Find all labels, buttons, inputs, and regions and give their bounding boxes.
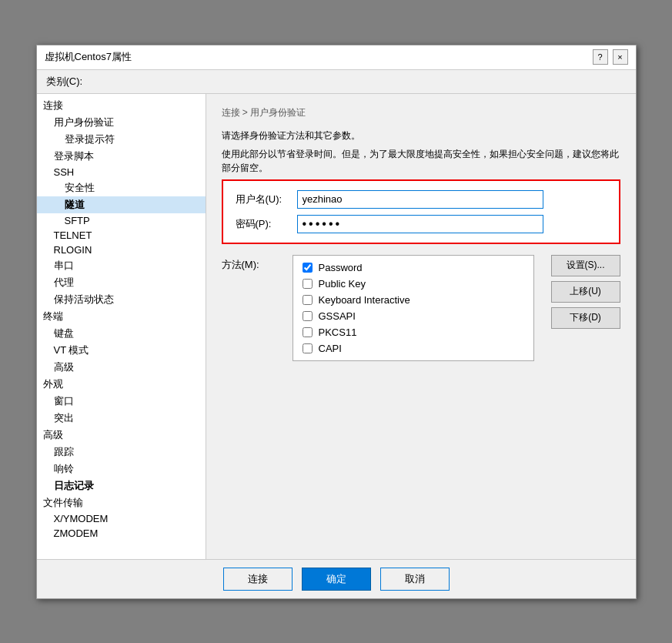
method-label-pkcs11: PKCS11 xyxy=(319,327,357,338)
breadcrumb: 连接 > 用户身份验证 xyxy=(222,106,620,119)
method-label-capi: CAPI xyxy=(319,343,342,354)
tree-item-auth[interactable]: 用户身份验证 xyxy=(37,114,206,131)
tree-item-login_hint[interactable]: 登录提示符 xyxy=(37,131,206,148)
tree-item-connection[interactable]: 连接 xyxy=(37,97,206,114)
tree-item-login_script[interactable]: 登录脚本 xyxy=(37,148,206,165)
tree-item-sftp[interactable]: SFTP xyxy=(37,213,206,228)
method-checkbox-password[interactable] xyxy=(303,263,313,273)
side-buttons: 设置(S)... 上移(U) 下移(D) xyxy=(551,255,620,329)
method-section: 方法(M): PasswordPublic KeyKeyboard Intera… xyxy=(222,255,620,361)
main-dialog: 虚拟机Centos7属性 ? × 类别(C): 连接用户身份验证登录提示符登录脚… xyxy=(36,45,637,599)
tree-item-log[interactable]: 日志记录 xyxy=(37,477,206,494)
bottom-bar: 连接 确定 取消 xyxy=(37,559,636,598)
tree-panel: 连接用户身份验证登录提示符登录脚本SSH安全性隧道SFTPTELNETRLOGI… xyxy=(37,94,206,559)
method-item-public_key[interactable]: Public Key xyxy=(303,278,524,290)
tree-item-keepalive[interactable]: 保持活动状态 xyxy=(37,291,206,308)
tree-item-telnet[interactable]: TELNET xyxy=(37,228,206,243)
method-label-password: Password xyxy=(319,262,363,273)
tree-item-serial[interactable]: 串口 xyxy=(37,257,206,274)
method-checkbox-pkcs11[interactable] xyxy=(303,327,313,337)
tree-item-proxy[interactable]: 代理 xyxy=(37,274,206,291)
help-button[interactable]: ? xyxy=(593,49,608,65)
method-checkbox-gssapi[interactable] xyxy=(303,311,313,321)
method-checkbox-keyboard_interactive[interactable] xyxy=(303,295,313,305)
cancel-button[interactable]: 取消 xyxy=(380,568,450,591)
title-bar: 虚拟机Centos7属性 ? × xyxy=(37,45,636,70)
tree-item-terminal[interactable]: 终端 xyxy=(37,308,206,325)
tree-item-bell[interactable]: 响铃 xyxy=(37,460,206,477)
password-label: 密码(P): xyxy=(236,217,297,231)
tree-item-xymodem[interactable]: X/YMODEM xyxy=(37,511,206,526)
method-label-keyboard_interactive: Keyboard Interactive xyxy=(319,294,410,306)
method-checkbox-public_key[interactable] xyxy=(303,279,313,289)
move-up-button[interactable]: 上移(U) xyxy=(551,281,620,303)
tree-item-security[interactable]: 安全性 xyxy=(37,179,206,196)
method-checkbox-capi[interactable] xyxy=(303,343,313,353)
method-item-pkcs11[interactable]: PKCS11 xyxy=(303,327,524,338)
method-item-password[interactable]: Password xyxy=(303,262,524,273)
ok-button[interactable]: 确定 xyxy=(302,568,371,591)
tree-item-tunnel[interactable]: 隧道 xyxy=(37,196,206,213)
username-input[interactable] xyxy=(297,190,543,209)
dialog-title: 虚拟机Centos7属性 xyxy=(45,50,132,64)
method-label-public_key: Public Key xyxy=(319,278,366,290)
method-label: 方法(M): xyxy=(222,255,283,272)
desc1: 请选择身份验证方法和其它参数。 xyxy=(222,129,620,142)
credential-box: 用户名(U): 密码(P): xyxy=(222,179,620,244)
tree-item-ssh[interactable]: SSH xyxy=(37,165,206,179)
tree-item-vt_mode[interactable]: VT 模式 xyxy=(37,342,206,359)
close-button[interactable]: × xyxy=(613,49,628,65)
title-controls: ? × xyxy=(593,49,628,65)
method-item-gssapi[interactable]: GSSAPI xyxy=(303,310,524,322)
tree-item-window[interactable]: 窗口 xyxy=(37,393,206,410)
tree-item-advanced[interactable]: 高级 xyxy=(37,359,206,376)
move-down-button[interactable]: 下移(D) xyxy=(551,307,620,329)
password-input[interactable] xyxy=(297,215,543,233)
tree-item-zmodem[interactable]: ZMODEM xyxy=(37,526,206,541)
tree-item-highlight[interactable]: 突出 xyxy=(37,410,206,427)
tree-item-appearance[interactable]: 外观 xyxy=(37,376,206,393)
tree-item-advanced2[interactable]: 高级 xyxy=(37,427,206,444)
settings-button[interactable]: 设置(S)... xyxy=(551,255,620,276)
username-label: 用户名(U): xyxy=(236,193,297,206)
method-list: PasswordPublic KeyKeyboard InteractiveGS… xyxy=(293,255,534,361)
method-label-gssapi: GSSAPI xyxy=(319,310,356,322)
tree-item-rlogin[interactable]: RLOGIN xyxy=(37,243,206,257)
category-label: 类别(C): xyxy=(37,70,636,93)
desc2: 使用此部分以节省登录时间。但是，为了最大限度地提高安全性，如果担心安全问题，建议… xyxy=(222,147,620,175)
password-row: 密码(P): xyxy=(236,215,607,233)
connect-button[interactable]: 连接 xyxy=(223,568,293,591)
main-content: 连接用户身份验证登录提示符登录脚本SSH安全性隧道SFTPTELNETRLOGI… xyxy=(37,93,636,559)
method-item-capi[interactable]: CAPI xyxy=(303,343,524,354)
username-row: 用户名(U): xyxy=(236,190,607,209)
tree-item-keyboard[interactable]: 键盘 xyxy=(37,325,206,342)
tree-item-trace[interactable]: 跟踪 xyxy=(37,444,206,460)
tree-item-file_transfer[interactable]: 文件传输 xyxy=(37,494,206,511)
method-item-keyboard_interactive[interactable]: Keyboard Interactive xyxy=(303,294,524,306)
right-panel: 连接 > 用户身份验证 请选择身份验证方法和其它参数。 使用此部分以节省登录时间… xyxy=(206,94,636,559)
